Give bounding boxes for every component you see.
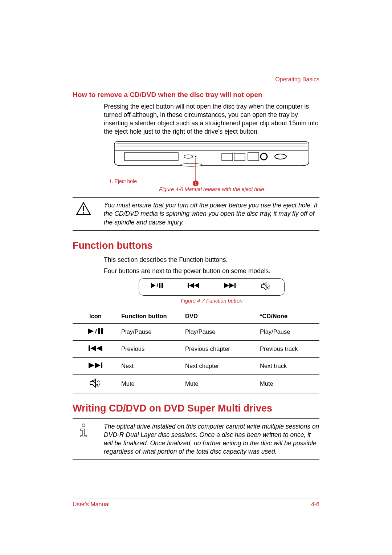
svg-text:/: / <box>157 283 158 288</box>
svg-point-7 <box>261 153 267 160</box>
figure-4-7-caption: Figure 4-7 Function button <box>104 298 319 304</box>
next-icon <box>73 357 118 374</box>
function-button-diagram: / <box>104 278 319 296</box>
remove-cd-paragraph: Pressing the eject button will not open … <box>104 102 319 136</box>
svg-point-9 <box>180 163 202 166</box>
info-icon <box>73 422 94 438</box>
svg-point-39 <box>82 424 85 427</box>
footer-right: 4-6 <box>311 501 319 508</box>
cell-cd: Play/Pause <box>257 323 319 340</box>
svg-rect-6 <box>248 153 259 161</box>
previous-icon <box>73 340 118 357</box>
section-function-buttons-title: Function buttons <box>73 240 319 251</box>
cell-cd: Mute <box>257 374 319 393</box>
content-area: Operating Basics How to remove a CD/DVD … <box>73 76 319 493</box>
diagram-previous-icon <box>175 282 212 292</box>
play-pause-icon: / <box>73 323 118 340</box>
svg-marker-20 <box>189 283 194 288</box>
cell-fb: Mute <box>118 374 182 393</box>
warning-callout: You must ensure that you turn off the po… <box>73 197 319 230</box>
svg-rect-19 <box>188 283 189 288</box>
cell-dvd: Mute <box>182 374 257 393</box>
warning-text: You must ensure that you turn off the po… <box>104 201 319 226</box>
svg-marker-22 <box>224 283 229 288</box>
cell-cd: Next track <box>257 357 319 374</box>
optical-drive-figure: 1 <box>104 139 319 177</box>
svg-marker-23 <box>229 283 234 288</box>
svg-marker-34 <box>89 362 94 368</box>
cell-fb: Play/Pause <box>118 323 182 340</box>
section-remove-cd-title: How to remove a CD/DVD when the disc tra… <box>73 91 319 99</box>
info-text: The optical drive installed on this comp… <box>104 422 319 456</box>
optical-drive-illustration: 1 <box>110 139 313 177</box>
table-row: Next Next chapter Next track <box>73 357 319 374</box>
svg-point-2 <box>184 155 193 158</box>
cell-dvd: Play/Pause <box>182 323 257 340</box>
section-writing-cd-dvd-title: Writing CD/DVD on DVD Super Multi drives <box>73 403 319 414</box>
svg-rect-36 <box>101 362 102 368</box>
mute-icon <box>73 374 118 393</box>
chapter-header: Operating Basics <box>73 76 319 83</box>
diagram-next-icon <box>212 282 248 292</box>
table-row: Previous Previous chapter Previous track <box>73 340 319 357</box>
th-cd-none: *CD/None <box>257 309 319 323</box>
callout-number-1: 1 <box>195 181 197 186</box>
cell-fb: Previous <box>118 340 182 357</box>
svg-rect-4 <box>222 153 233 161</box>
svg-point-8 <box>275 154 286 159</box>
svg-point-14 <box>83 212 84 214</box>
svg-marker-33 <box>97 345 102 351</box>
footer-left: User's Manual <box>73 501 110 508</box>
svg-rect-18 <box>162 283 163 288</box>
page-footer: User's Manual 4-6 <box>73 498 319 508</box>
svg-marker-32 <box>90 345 96 351</box>
cell-cd: Previous track <box>257 340 319 357</box>
svg-marker-35 <box>95 362 101 368</box>
svg-rect-24 <box>234 283 236 288</box>
cell-dvd: Next chapter <box>182 357 257 374</box>
table-row: / Play/Pause Play/Pause Play/Pause <box>73 323 319 340</box>
function-button-table: Icon Function button DVD *CD/None / Play… <box>73 309 319 393</box>
cell-fb: Next <box>118 357 182 374</box>
svg-marker-27 <box>88 328 94 334</box>
th-function-button: Function button <box>118 309 182 323</box>
info-callout: The optical drive installed on this comp… <box>73 418 319 460</box>
table-row: Mute Mute Mute <box>73 374 319 393</box>
svg-rect-30 <box>101 328 103 334</box>
diagram-play-pause-icon: / <box>139 282 175 292</box>
svg-rect-29 <box>98 328 100 334</box>
svg-rect-17 <box>159 283 160 288</box>
svg-rect-5 <box>234 153 245 161</box>
page: Operating Basics How to remove a CD/DVD … <box>0 0 392 555</box>
warning-icon <box>73 201 94 216</box>
function-buttons-line1: This section describes the Function butt… <box>104 256 319 264</box>
svg-line-38 <box>92 380 98 387</box>
svg-text:/: / <box>95 328 97 335</box>
diagram-mute-icon <box>248 282 284 292</box>
th-dvd: DVD <box>182 309 257 323</box>
table-header-row: Icon Function button DVD *CD/None <box>73 309 319 323</box>
th-icon: Icon <box>73 309 118 323</box>
cell-dvd: Previous chapter <box>182 340 257 357</box>
svg-point-3 <box>195 156 196 157</box>
svg-rect-1 <box>124 153 178 161</box>
svg-marker-21 <box>194 283 199 288</box>
function-buttons-line2: Four buttons are next to the power butto… <box>104 267 319 275</box>
svg-rect-31 <box>89 345 90 351</box>
svg-marker-15 <box>151 283 156 288</box>
